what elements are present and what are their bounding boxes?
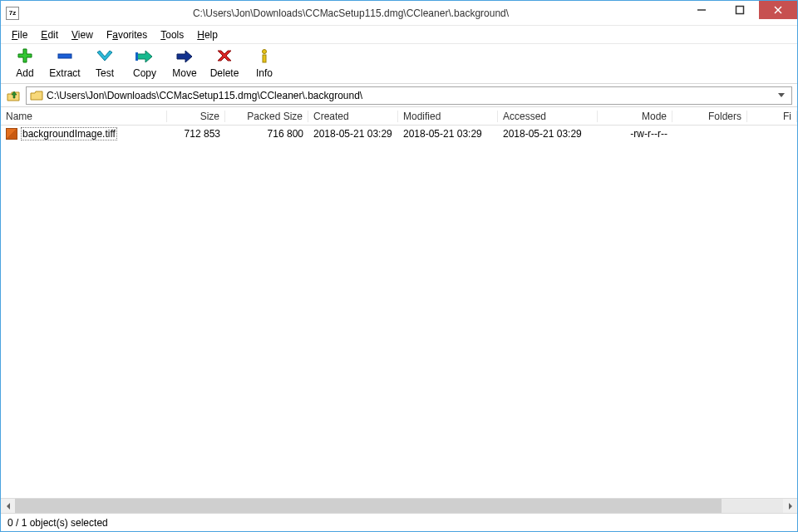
window-title: C:\Users\Jon\Downloads\CCMacSetup115.dmg…: [19, 7, 682, 19]
file-name: backgroundImage.tiff: [21, 127, 117, 140]
test-button[interactable]: Test: [87, 47, 122, 79]
col-mode[interactable]: Mode: [598, 111, 672, 122]
app-window: 7z C:\Users\Jon\Downloads\CCMacSetup115.…: [0, 0, 798, 532]
column-header: Name Size Packed Size Created Modified A…: [1, 107, 797, 126]
image-file-icon: [6, 128, 17, 140]
table-row[interactable]: backgroundImage.tiff 712 853 716 800 201…: [1, 126, 797, 142]
menu-file[interactable]: File: [6, 27, 33, 42]
move-button[interactable]: Move: [167, 47, 202, 79]
up-folder-icon: [6, 88, 21, 103]
maximize-button[interactable]: [721, 1, 759, 19]
col-size[interactable]: Size: [167, 111, 225, 122]
col-accessed[interactable]: Accessed: [498, 111, 598, 122]
info-icon: [253, 47, 276, 66]
svg-rect-4: [58, 54, 71, 58]
plus-icon: [13, 47, 37, 66]
add-label: Add: [16, 67, 33, 79]
app-icon: 7z: [6, 7, 19, 20]
scroll-left-icon[interactable]: [1, 499, 15, 513]
cell-created: 2018-05-21 03:29: [308, 128, 398, 140]
cell-mode: -rw-r--r--: [598, 128, 672, 140]
menubar: File Edit View Favorites Tools Help: [1, 26, 797, 44]
minimize-button[interactable]: [682, 1, 721, 19]
copy-button[interactable]: Copy: [127, 47, 162, 79]
status-text: 0 / 1 object(s) selected: [7, 517, 108, 529]
info-label: Info: [256, 67, 273, 79]
cell-size: 712 853: [167, 128, 225, 140]
svg-rect-1: [736, 7, 744, 14]
extract-button[interactable]: Extract: [47, 47, 82, 79]
delete-x-icon: [213, 47, 236, 66]
scroll-track[interactable]: [15, 499, 783, 513]
address-field[interactable]: C:\Users\Jon\Downloads\CCMacSetup115.dmg…: [26, 86, 792, 105]
col-packed-size[interactable]: Packed Size: [225, 111, 308, 122]
toolbar: Add Extract Test Copy Move: [1, 44, 797, 84]
info-button[interactable]: Info: [247, 47, 282, 79]
test-label: Test: [96, 67, 114, 79]
copy-label: Copy: [133, 67, 156, 79]
col-modified[interactable]: Modified: [398, 111, 498, 122]
cell-packed-size: 716 800: [225, 128, 308, 140]
svg-rect-5: [135, 52, 138, 61]
cell-modified: 2018-05-21 03:29: [398, 128, 498, 140]
move-arrow-icon: [173, 47, 196, 66]
scroll-right-icon[interactable]: [783, 499, 797, 513]
svg-point-6: [263, 50, 267, 54]
status-bar: 0 / 1 object(s) selected: [1, 513, 797, 531]
col-created[interactable]: Created: [308, 111, 398, 122]
up-folder-button[interactable]: [6, 88, 21, 103]
horizontal-scrollbar[interactable]: [1, 498, 797, 513]
svg-rect-7: [263, 55, 266, 62]
address-path: C:\Users\Jon\Downloads\CCMacSetup115.dmg…: [47, 90, 771, 101]
titlebar: 7z C:\Users\Jon\Downloads\CCMacSetup115.…: [1, 1, 797, 26]
col-name[interactable]: Name: [1, 111, 167, 122]
scroll-thumb[interactable]: [15, 499, 722, 513]
window-controls: [682, 1, 797, 25]
cell-accessed: 2018-05-21 03:29: [498, 128, 598, 140]
address-dropdown-icon[interactable]: [775, 90, 788, 101]
menu-edit[interactable]: Edit: [35, 27, 64, 42]
folder-icon: [30, 90, 43, 101]
check-icon: [93, 47, 116, 66]
delete-label: Delete: [210, 67, 239, 79]
address-bar: C:\Users\Jon\Downloads\CCMacSetup115.dmg…: [1, 84, 797, 107]
add-button[interactable]: Add: [7, 47, 42, 79]
extract-label: Extract: [49, 67, 80, 79]
copy-arrow-icon: [133, 47, 156, 66]
col-files[interactable]: Fi: [747, 111, 797, 122]
move-label: Move: [172, 67, 196, 79]
minus-icon: [53, 47, 76, 66]
col-folders[interactable]: Folders: [672, 111, 747, 122]
menu-tools[interactable]: Tools: [155, 27, 190, 42]
delete-button[interactable]: Delete: [207, 47, 242, 79]
file-list[interactable]: backgroundImage.tiff 712 853 716 800 201…: [1, 126, 797, 498]
menu-help[interactable]: Help: [191, 27, 224, 42]
cell-name: backgroundImage.tiff: [1, 127, 167, 140]
menu-view[interactable]: View: [66, 27, 99, 42]
menu-favorites[interactable]: Favorites: [101, 27, 153, 42]
close-button[interactable]: [759, 1, 797, 19]
